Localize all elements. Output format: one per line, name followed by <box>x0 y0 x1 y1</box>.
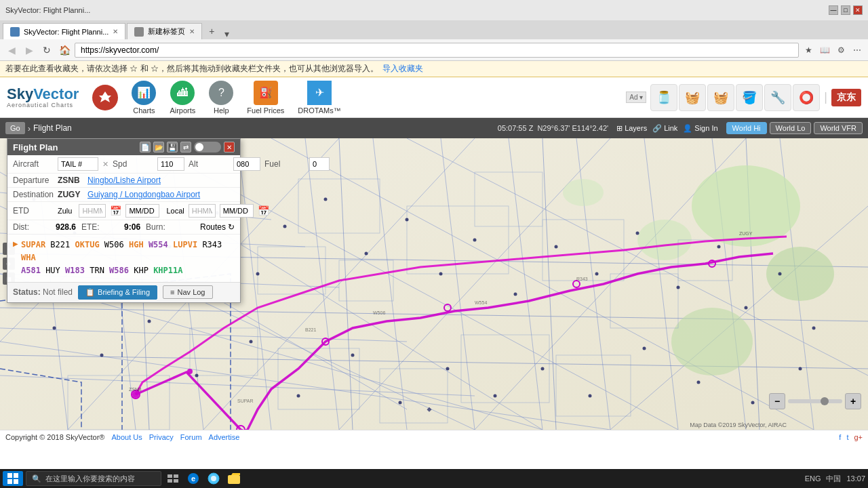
nav-item-airports[interactable]: 🏙 Airports <box>170 81 195 115</box>
nav-item-aerocharts[interactable] <box>92 85 118 110</box>
routes-button[interactable]: Routes ↻ <box>200 222 235 232</box>
route-box: ▶ SUPAR B221 OKTUG W506 HGH W554 LUPVI R… <box>7 235 240 282</box>
nav-item-charts[interactable]: 📊 Charts <box>132 81 156 115</box>
tab-newtab[interactable]: 新建标签页 ✕ <box>127 23 202 39</box>
briefing-button[interactable]: 📋 Briefing & Filing <box>78 285 157 300</box>
toggle-switch[interactable] <box>194 142 221 152</box>
forward-button[interactable]: ▶ <box>22 43 37 58</box>
back-button[interactable]: ◀ <box>4 43 19 58</box>
footer-about[interactable]: About Us <box>111 433 142 441</box>
open-panel-button[interactable]: 📂 <box>153 142 164 152</box>
map-view-buttons: World Hi World Lo World VFR <box>726 122 863 134</box>
appliance-6[interactable]: ⭕ <box>793 84 820 111</box>
appliance-1[interactable]: 🫙 <box>650 84 677 111</box>
address-bar[interactable]: https://skyvector.com/ <box>75 43 799 58</box>
star-icon[interactable]: ★ <box>802 43 815 57</box>
alt-input[interactable] <box>233 157 260 171</box>
new-panel-button[interactable]: 📄 <box>140 142 151 152</box>
route-khp: KHP <box>134 266 153 275</box>
routes-refresh-icon: ↻ <box>228 222 235 232</box>
settings-icon[interactable]: ⚙ <box>834 43 848 57</box>
zoom-out-button[interactable]: − <box>769 393 785 409</box>
import-link[interactable]: 导入收藏夹 <box>382 63 423 75</box>
menu-icon[interactable]: ⋯ <box>850 43 864 57</box>
footer-privacy[interactable]: Privacy <box>149 433 174 441</box>
share-panel-button[interactable]: ⇄ <box>180 142 191 152</box>
start-button[interactable] <box>3 471 23 486</box>
footer-forum[interactable]: Forum <box>180 433 202 441</box>
route-text[interactable]: SUPAR B221 OKTUG W506 HGH W554 LUPVI R34… <box>21 239 235 278</box>
svg-point-65 <box>324 198 328 201</box>
departure-name[interactable]: Ningbo/Lishe Airport <box>87 176 161 185</box>
signin-button[interactable]: 👤 Sign In <box>683 124 717 133</box>
x-icon[interactable]: ✕ <box>102 160 108 169</box>
tab2-close-icon[interactable]: ✕ <box>189 28 195 35</box>
footer-social: f t g+ <box>839 433 863 441</box>
footer-advertise[interactable]: Advertise <box>209 433 240 441</box>
world-lo-button[interactable]: World Lo <box>770 122 812 134</box>
jd-logo: 京东 <box>831 89 861 106</box>
reading-icon[interactable]: 📖 <box>818 43 831 57</box>
etd-calendar-icon[interactable]: 📅 <box>110 205 121 216</box>
refresh-button[interactable]: ↻ <box>39 43 54 58</box>
navlog-button[interactable]: ≡ Nav Log <box>163 285 212 299</box>
local-time-input[interactable] <box>189 204 216 218</box>
taskbar: 🔍 在这里输入你要搜索的内容 e <box>0 469 868 488</box>
home-button[interactable]: 🏠 <box>57 43 72 58</box>
copyright-text: Copyright © 2018 SkyVector® <box>5 433 104 441</box>
search-text: 在这里输入你要搜索的内容 <box>45 474 135 484</box>
layers-button[interactable]: ⊞ Layers <box>616 124 647 133</box>
aircraft-input[interactable] <box>58 157 98 171</box>
tw-icon[interactable]: t <box>846 433 848 441</box>
fb-icon[interactable]: f <box>839 433 841 441</box>
world-hi-button[interactable]: World Hi <box>726 122 767 134</box>
zoom-knob[interactable] <box>821 397 829 405</box>
nav-item-drotams[interactable]: ✈ DROTAMs™ <box>298 81 340 115</box>
close-panel-button[interactable]: ✕ <box>224 142 235 152</box>
appliance-3[interactable]: 🧺 <box>707 84 734 111</box>
nav-item-fuel[interactable]: ⛽ Fuel Prices <box>247 81 284 115</box>
go-button[interactable]: Go <box>5 122 25 134</box>
save-panel-button[interactable]: 💾 <box>167 142 178 152</box>
minimize-button[interactable]: — <box>829 5 838 15</box>
gp-icon[interactable]: g+ <box>854 433 863 441</box>
destination-name[interactable]: Guiyang / Longdongbao Airport <box>87 190 200 199</box>
tab-dropdown-button[interactable]: ▾ <box>222 28 232 39</box>
etd-zulu-input[interactable] <box>79 204 106 218</box>
spd-input[interactable] <box>157 157 184 171</box>
maximize-button[interactable]: □ <box>841 5 850 15</box>
breadcrumb-separator: › <box>28 123 31 134</box>
local-date-input[interactable] <box>220 204 254 218</box>
tab-close-icon[interactable]: ✕ <box>113 28 118 35</box>
close-button[interactable]: ✕ <box>853 5 863 15</box>
link-button[interactable]: 🔗 Link <box>652 124 677 133</box>
charts-icon: 📊 <box>132 81 156 105</box>
zoom-in-button[interactable]: + <box>845 393 861 409</box>
file-explorer-icon[interactable] <box>225 471 243 486</box>
panel-controls: 📄 📂 💾 ⇄ ✕ <box>140 142 235 152</box>
fuel-input[interactable] <box>309 157 330 171</box>
toolbar-right: 05:07:55 Z N29°6.37' E114°2.42' ⊞ Layers… <box>498 122 863 134</box>
appliance-5[interactable]: 🔧 <box>764 84 791 111</box>
cortana-icon[interactable] <box>205 471 222 486</box>
alt-label: Alt <box>189 159 229 169</box>
taskview-button[interactable] <box>164 471 182 486</box>
tab-favicon <box>10 27 20 37</box>
tab-skyvector[interactable]: SkyVector: Flight Planni... ✕ <box>3 23 125 39</box>
world-vfr-button[interactable]: World VFR <box>814 122 863 134</box>
local-calendar-icon[interactable]: 📅 <box>258 205 269 216</box>
jd-area: | 京东 <box>824 89 861 106</box>
svg-point-64 <box>283 225 287 228</box>
appliance-4[interactable]: 🪣 <box>736 84 763 111</box>
map-attribution: Map Data ©2019 SkyVector, AIRAC <box>690 422 787 428</box>
appliance-2[interactable]: 🧺 <box>679 84 706 111</box>
route-r343: R343 <box>202 240 222 249</box>
zoom-slider[interactable] <box>788 399 842 403</box>
destination-row: Destination ZUGY Guiyang / Longdongbao A… <box>7 188 240 202</box>
edge-browser-icon[interactable]: e <box>184 471 202 486</box>
etd-date-input[interactable] <box>125 204 159 218</box>
taskbar-search[interactable]: 🔍 在这里输入你要搜索的内容 <box>26 471 161 486</box>
window-controls[interactable]: — □ ✕ <box>829 5 863 15</box>
nav-item-help[interactable]: ? Help <box>209 81 233 115</box>
new-tab-button[interactable]: + <box>203 23 220 39</box>
